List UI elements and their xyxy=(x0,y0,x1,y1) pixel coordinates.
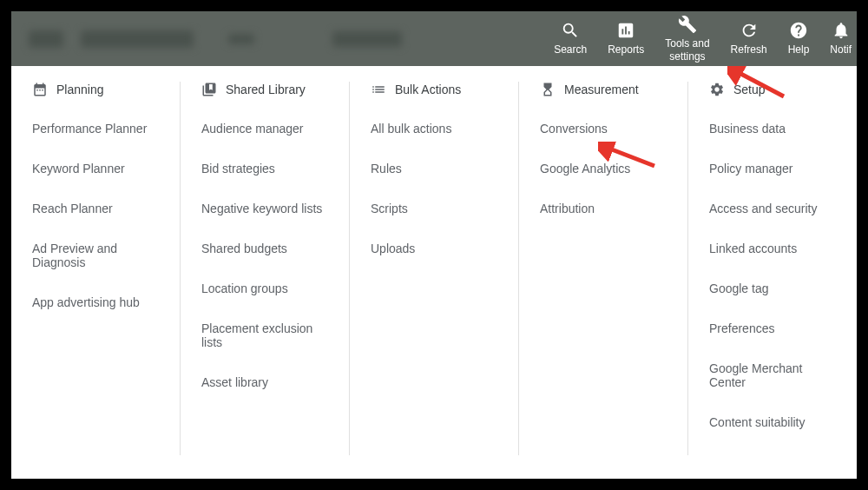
column-setup: Setup Business data Policy manager Acces… xyxy=(688,82,857,455)
link-placement-exclusion-lists[interactable]: Placement exclusion lists xyxy=(201,321,328,349)
calendar-icon xyxy=(32,82,48,97)
column-header-bulk-actions: Bulk Actions xyxy=(371,82,497,97)
refresh-icon xyxy=(740,21,759,40)
column-measurement: Measurement Conversions Google Analytics… xyxy=(519,82,688,455)
link-ad-preview-diagnosis[interactable]: Ad Preview and Diagnosis xyxy=(32,242,159,269)
link-google-tag[interactable]: Google tag xyxy=(709,281,836,295)
hourglass-icon xyxy=(540,82,556,97)
link-preferences[interactable]: Preferences xyxy=(709,321,836,335)
library-icon xyxy=(201,82,217,97)
reports-icon xyxy=(616,21,635,40)
link-all-bulk-actions[interactable]: All bulk actions xyxy=(371,122,497,136)
column-header-planning: Planning xyxy=(32,82,159,97)
link-linked-accounts[interactable]: Linked accounts xyxy=(709,242,836,255)
column-shared-library: Shared Library Audience manager Bid stra… xyxy=(181,82,350,455)
gear-icon xyxy=(709,82,725,97)
link-google-analytics[interactable]: Google Analytics xyxy=(540,162,667,175)
link-app-advertising-hub[interactable]: App advertising hub xyxy=(32,295,159,309)
link-reach-planner[interactable]: Reach Planner xyxy=(32,202,159,215)
link-access-security[interactable]: Access and security xyxy=(709,202,836,215)
search-icon xyxy=(561,21,580,40)
link-audience-manager[interactable]: Audience manager xyxy=(201,122,328,136)
help-icon xyxy=(789,21,808,40)
column-bulk-actions: Bulk Actions All bulk actions Rules Scri… xyxy=(350,82,519,455)
link-shared-budgets[interactable]: Shared budgets xyxy=(201,242,328,255)
link-policy-manager[interactable]: Policy manager xyxy=(709,162,836,175)
topbar-left-blurred xyxy=(11,11,402,66)
list-check-icon xyxy=(371,82,386,97)
help-button[interactable]: Help xyxy=(778,21,820,56)
column-planning: Planning Performance Planner Keyword Pla… xyxy=(11,82,181,455)
link-rules[interactable]: Rules xyxy=(371,162,497,175)
column-header-measurement: Measurement xyxy=(540,82,667,97)
tools-settings-button[interactable]: Tools and settings xyxy=(654,15,720,63)
link-bid-strategies[interactable]: Bid strategies xyxy=(201,162,328,175)
tools-dropdown-panel: Planning Performance Planner Keyword Pla… xyxy=(11,66,857,479)
link-business-data[interactable]: Business data xyxy=(709,122,836,136)
link-attribution[interactable]: Attribution xyxy=(540,202,667,215)
bell-icon xyxy=(832,21,851,40)
column-header-shared-library: Shared Library xyxy=(201,82,328,97)
search-button[interactable]: Search xyxy=(543,21,597,56)
link-negative-keyword-lists[interactable]: Negative keyword lists xyxy=(201,202,328,215)
link-conversions[interactable]: Conversions xyxy=(540,122,667,136)
link-google-merchant-center[interactable]: Google Merchant Center xyxy=(709,361,836,389)
topbar: Search Reports Tools and settings Refres… xyxy=(11,11,857,66)
wrench-icon xyxy=(678,15,697,34)
column-header-setup: Setup xyxy=(709,82,836,97)
link-keyword-planner[interactable]: Keyword Planner xyxy=(32,162,159,175)
link-uploads[interactable]: Uploads xyxy=(371,242,497,255)
notifications-button[interactable]: Notif xyxy=(819,21,857,56)
reports-button[interactable]: Reports xyxy=(597,21,654,56)
link-performance-planner[interactable]: Performance Planner xyxy=(32,122,159,136)
link-asset-library[interactable]: Asset library xyxy=(201,375,328,389)
link-location-groups[interactable]: Location groups xyxy=(201,281,328,295)
link-content-suitability[interactable]: Content suitability xyxy=(709,415,836,429)
link-scripts[interactable]: Scripts xyxy=(371,202,497,215)
refresh-button[interactable]: Refresh xyxy=(720,21,778,56)
